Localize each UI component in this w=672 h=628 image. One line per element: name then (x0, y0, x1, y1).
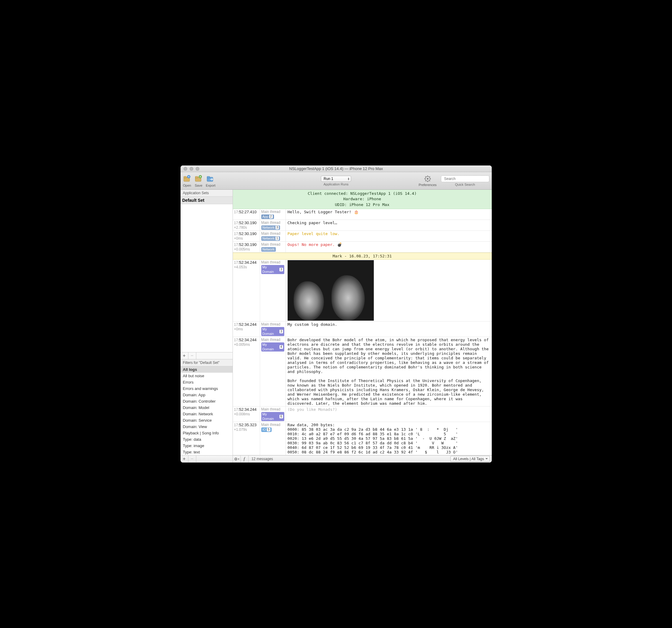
filter-item[interactable]: Domain: Model (181, 404, 233, 411)
search-input[interactable] (444, 177, 490, 181)
log-message: My custom log domain. (286, 322, 492, 337)
save-button[interactable]: Save (194, 175, 203, 187)
levels-selector[interactable]: All Levels | All Tags (450, 456, 490, 462)
svg-rect-4 (195, 176, 198, 178)
open-icon (183, 175, 191, 183)
log-row[interactable]: 17:52:34.244+0msMain threadMy Domain3My … (233, 322, 492, 337)
log-row[interactable]: 17:52:34.244+4.053sMain threadMy Domain3 (233, 259, 492, 322)
mark-row: Mark - 16.08.23, 17:52:31 (233, 253, 492, 259)
run-selected-label: Run 1 (323, 177, 333, 181)
filter-item[interactable]: All but noise (181, 373, 233, 379)
svg-point-9 (427, 178, 429, 180)
filter-item[interactable]: Type: image (181, 443, 233, 449)
domain-tag: Network1 (261, 236, 280, 241)
filter-item[interactable]: Domain: Controller (181, 398, 233, 404)
log-thread: Main threadApp2 (260, 209, 286, 219)
log-row[interactable]: 17:52:30.190+0.005msMain threadNetworkOu… (233, 242, 492, 253)
log-thread: Main threadNetwork1 (260, 231, 286, 241)
log-thread: Main threadNetwork (260, 242, 286, 252)
app-window: NSLoggerTestApp 1 (iOS 14.4) — iPhone 12… (181, 165, 492, 463)
log-thread: Main threadMy Domain3 (260, 322, 286, 337)
banner-line-3: UDID: iPhone 12 Pro Max (233, 202, 492, 208)
log-message: (Do you like Monads?) (286, 406, 492, 422)
minimize-window-button[interactable] (190, 167, 193, 171)
save-label: Save (195, 184, 202, 187)
filter-item[interactable]: Domain: Service (181, 417, 233, 423)
log-row[interactable]: 17:52:34.244+0.005msMain threadMy Domain… (233, 337, 492, 406)
log-row[interactable]: 17:52:35.323+1.079sMain threadIO5Raw dat… (233, 422, 492, 455)
log-row[interactable]: 17:52:30.190+2.780sMain threadNetwork3Ch… (233, 220, 492, 231)
log-timestamp: 17:52:30.190+0ms (233, 231, 260, 241)
svg-line-14 (425, 176, 426, 177)
export-button[interactable]: Export (206, 175, 216, 187)
remove-set-button[interactable]: − (188, 352, 196, 359)
log-content: Client connected: NSLoggerTestApp 1 (iOS… (233, 190, 492, 455)
log-timestamp: 17:52:34.244+0.005ms (233, 337, 260, 406)
log-timestamp: 17:52:34.244+0.008ms (233, 406, 260, 422)
export-icon (206, 175, 215, 183)
open-button[interactable]: Open (183, 175, 191, 187)
appset-item[interactable]: Default Set (181, 196, 233, 204)
sidebar: Application Sets Default Set + − Filters… (181, 190, 233, 455)
search-field[interactable] (441, 176, 489, 182)
svg-rect-1 (184, 176, 186, 178)
filters-header: Filters for "Default Set" (181, 359, 233, 366)
close-window-button[interactable] (184, 167, 187, 171)
log-rows[interactable]: 17:52:27.410Main threadApp2Hello, Swift … (233, 209, 492, 455)
domain-tag: App2 (261, 214, 274, 219)
run-selector[interactable]: Run 1 ▲▼ (321, 176, 351, 182)
preferences-button[interactable]: Preferences (418, 175, 436, 187)
filter-item[interactable]: Playback | Song Info (181, 430, 233, 436)
appset-add-remove: + − (181, 352, 233, 359)
log-timestamp: 17:52:30.190+0.005ms (233, 242, 260, 252)
banner-line-2: Hardware: iPhone (233, 196, 492, 202)
toolbar: Open Save Export Run 1 ▲▼ Application Ru… (181, 172, 492, 190)
log-message: Oups! No more paper. 💣 (286, 242, 492, 252)
add-set-button[interactable]: + (181, 352, 188, 359)
add-filter-button[interactable]: + (181, 456, 188, 462)
settings-menu-button[interactable]: ⚙︎▾ (233, 456, 241, 463)
filter-item[interactable]: Domain: View (181, 423, 233, 430)
banner-line-1: Client connected: NSLoggerTestApp 1 (iOS… (233, 191, 492, 196)
filter-item[interactable]: Domain: App (181, 392, 233, 398)
domain-tag: My Domain6 (261, 412, 284, 421)
log-message: Checking paper level… (286, 220, 492, 231)
log-row[interactable]: 17:52:27.410Main threadApp2Hello, Swift … (233, 209, 492, 220)
gear-icon (424, 175, 431, 182)
log-timestamp: 17:52:27.410 (233, 209, 260, 219)
domain-tag: Network (261, 247, 276, 252)
quicksearch-label: Quick Search (455, 183, 475, 186)
save-icon (194, 175, 203, 183)
filter-list: All logsAll but noiseErrorsErrors and wa… (181, 366, 233, 455)
domain-tag: My Domain4 (261, 343, 284, 351)
filter-item[interactable]: All logs (181, 366, 233, 373)
filter-item[interactable]: Type: data (181, 436, 233, 443)
window-title: NSLoggerTestApp 1 (iOS 14.4) — iPhone 12… (181, 166, 492, 171)
log-message: Bohr developed the Bohr model of the ato… (286, 337, 492, 406)
log-timestamp: 17:52:34.244+4.053s (233, 259, 260, 321)
svg-line-15 (429, 181, 430, 181)
open-label: Open (183, 184, 191, 187)
log-thread: Main threadIO5 (260, 422, 286, 455)
log-thread: Main threadMy Domain4 (260, 337, 286, 406)
svg-line-17 (429, 176, 430, 177)
log-image (288, 260, 374, 321)
log-thread: Main threadNetwork3 (260, 220, 286, 231)
log-message: Hello, Swift Logger Tester! 🎂 (286, 209, 492, 219)
appsets-header: Application Sets (181, 190, 233, 196)
log-thread: Main threadMy Domain6 (260, 406, 286, 422)
remove-filter-button[interactable]: − (188, 456, 196, 462)
log-row[interactable]: 17:52:30.190+0msMain threadNetwork1Paper… (233, 231, 492, 242)
filter-item[interactable]: Domain: Network (181, 411, 233, 417)
log-timestamp: 17:52:30.190+2.780s (233, 220, 260, 231)
function-button[interactable]: ƒ (241, 456, 248, 463)
zoom-window-button[interactable] (196, 167, 199, 171)
filter-item[interactable]: Errors and warnings (181, 386, 233, 392)
filter-item[interactable]: Errors (181, 379, 233, 386)
statusbar: + − ⚙︎▾ ƒ 12 messages All Levels | All T… (181, 455, 492, 463)
filter-item[interactable]: Type: text (181, 449, 233, 455)
svg-rect-7 (207, 176, 210, 178)
traffic-lights (181, 167, 199, 171)
updown-icon: ▲▼ (347, 177, 350, 180)
log-row[interactable]: 17:52:34.244+0.008msMain threadMy Domain… (233, 406, 492, 422)
